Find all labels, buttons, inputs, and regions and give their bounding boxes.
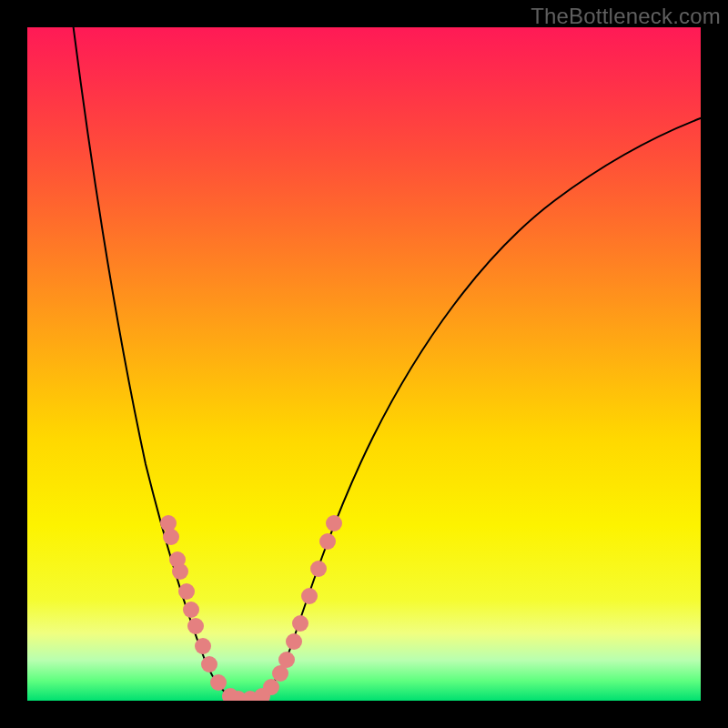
data-point [195,638,211,654]
data-point [201,656,217,672]
data-point [326,515,342,531]
data-point [310,561,327,577]
data-point [286,633,302,650]
data-point [319,533,336,550]
chart-svg [27,27,701,701]
data-point [263,679,279,695]
data-point [172,563,188,580]
data-point [163,529,179,545]
left-curve [73,27,244,701]
data-point [278,652,295,668]
dots-group [160,515,342,701]
data-point [178,583,195,600]
data-point [210,674,227,691]
right-curve [244,116,701,701]
data-point [187,618,204,634]
chart-container: TheBottleneck.com [0,0,728,728]
watermark-text: TheBottleneck.com [531,4,721,29]
plot-area [27,27,701,701]
data-point [301,588,318,604]
data-point [183,602,199,618]
data-point [292,615,308,632]
data-point [160,515,177,531]
